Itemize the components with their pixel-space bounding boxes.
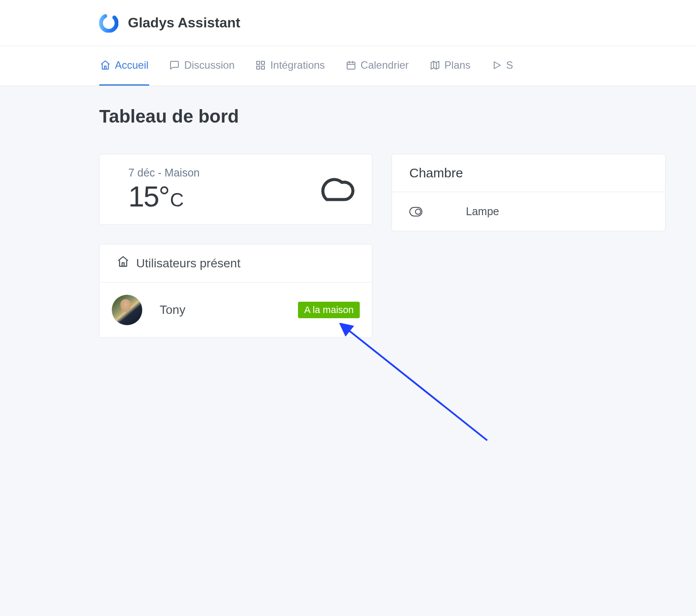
device-label: Lampe — [466, 205, 499, 218]
weather-date-location: 7 déc - Maison — [128, 166, 200, 179]
main-nav: Accueil Discussion Intégrations Calendri… — [0, 46, 696, 86]
users-card-header: Utilisateurs présent — [100, 244, 372, 283]
svg-rect-3 — [257, 66, 260, 69]
cloud-icon — [313, 174, 355, 206]
nav-label: Intégrations — [270, 59, 325, 71]
svg-rect-1 — [257, 61, 260, 64]
nav-integrations[interactable]: Intégrations — [254, 46, 325, 86]
calendar-icon — [346, 60, 356, 70]
nav-label: Plans — [445, 59, 471, 71]
svg-point-0 — [99, 13, 118, 33]
page-title: Tableau de bord — [99, 106, 696, 127]
nav-scenes[interactable]: S — [491, 46, 514, 86]
weather-card: 7 déc - Maison 15°C — [99, 154, 372, 225]
users-present-card: Utilisateurs présent Tony A la maison — [99, 244, 372, 338]
home-icon — [100, 60, 110, 70]
temperature-unit: C — [170, 189, 184, 211]
avatar — [112, 295, 142, 325]
grid-icon — [255, 60, 266, 70]
user-row: Tony A la maison — [100, 283, 372, 337]
nav-label: Calendrier — [361, 59, 409, 71]
svg-line-11 — [347, 329, 487, 440]
nav-home[interactable]: Accueil — [99, 46, 149, 86]
main-content: Tableau de bord 7 déc - Maison 15°C — [0, 86, 696, 616]
nav-label: Discussion — [184, 59, 234, 71]
svg-rect-2 — [261, 61, 264, 64]
status-badge: A la maison — [298, 302, 360, 318]
annotation-arrow — [339, 323, 496, 445]
app-header: Gladys Assistant — [0, 0, 696, 46]
nav-plans[interactable]: Plans — [429, 46, 472, 86]
message-icon — [169, 60, 180, 70]
nav-calendar[interactable]: Calendrier — [345, 46, 410, 86]
weather-temperature: 15°C — [128, 180, 200, 213]
room-title: Chambre — [392, 154, 665, 192]
svg-rect-4 — [261, 66, 264, 69]
svg-point-9 — [415, 209, 421, 214]
users-card-title: Utilisateurs présent — [136, 256, 241, 270]
temperature-value: 15° — [128, 180, 169, 213]
svg-rect-5 — [347, 62, 355, 69]
brand-title: Gladys Assistant — [128, 15, 240, 31]
home-icon — [117, 256, 129, 271]
map-icon — [430, 60, 440, 70]
svg-marker-6 — [431, 61, 439, 69]
nav-label: S — [506, 59, 513, 71]
room-card: Chambre Lampe — [392, 154, 666, 231]
dashboard-cards: 7 déc - Maison 15°C — [99, 154, 696, 338]
svg-marker-7 — [494, 62, 500, 69]
nav-discussion[interactable]: Discussion — [168, 46, 235, 86]
nav-label: Accueil — [115, 59, 148, 71]
play-icon — [492, 60, 502, 70]
user-name: Tony — [160, 303, 281, 317]
app-logo — [99, 13, 118, 33]
toggle-icon[interactable] — [409, 207, 422, 216]
